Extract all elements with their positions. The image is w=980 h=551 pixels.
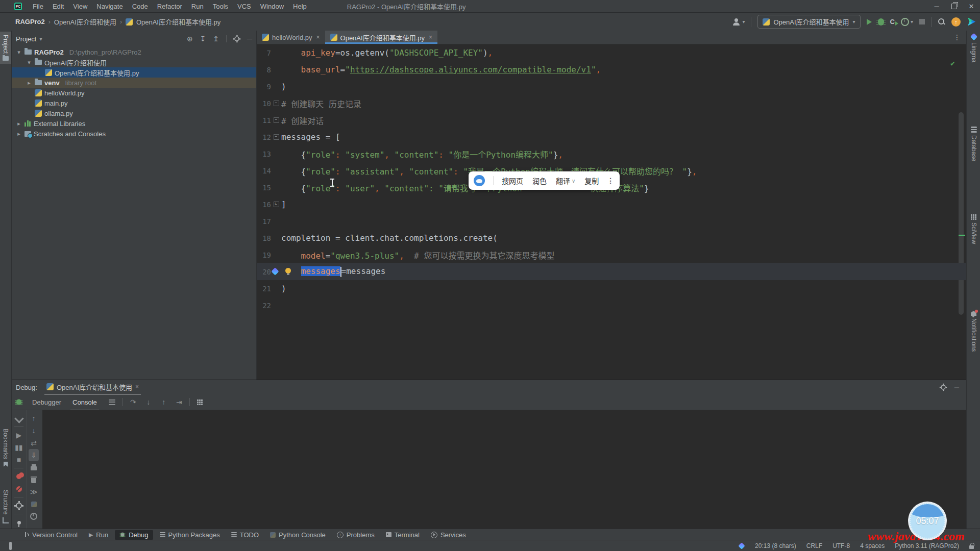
menu-code[interactable]: Code <box>128 3 153 10</box>
menu-tools[interactable]: Tools <box>208 3 233 10</box>
view-options-icon[interactable] <box>107 397 117 407</box>
tool-windows-toggle-icon[interactable] <box>9 542 12 549</box>
view-breakpoints-grid-icon[interactable] <box>195 397 205 407</box>
breadcrumb-item[interactable]: OpenAI库介绍和使用 <box>54 17 116 27</box>
menu-run[interactable]: Run <box>187 3 208 10</box>
debug-tab-console[interactable]: Console <box>70 394 99 411</box>
sidebar-tab-lingma[interactable]: Lingma <box>967 34 980 62</box>
tree-item[interactable]: ▾RAGPro2D:\python_pro\RAGPro2 <box>12 47 256 57</box>
toolwindow-button-version-control[interactable]: Version Control <box>19 530 82 540</box>
chevron-right-icon[interactable]: ▸ <box>16 120 22 127</box>
toolwindow-button-python-console[interactable]: Python Console <box>265 530 330 540</box>
sidebar-tab-notifications[interactable]: Notifications <box>967 311 980 352</box>
tree-item[interactable]: ▸External Libraries <box>12 118 256 129</box>
resume-icon[interactable]: ▶ <box>14 429 24 441</box>
python-interpreter[interactable]: Python 3.11 (RAGPro2) <box>895 542 959 549</box>
gear-icon[interactable] <box>941 385 946 390</box>
close-icon[interactable]: × <box>429 34 432 41</box>
hide-tool-window-icon[interactable]: ─ <box>954 384 959 391</box>
run-to-cursor-icon[interactable]: ⇥ <box>174 397 184 407</box>
step-over-icon[interactable]: ↷ <box>128 397 138 407</box>
readonly-lock-icon[interactable] <box>969 545 974 549</box>
toolwindow-button-terminal[interactable]: Terminal <box>381 530 424 540</box>
toolwindow-button-services[interactable]: Services <box>426 530 471 540</box>
down-icon[interactable]: ↓ <box>29 424 39 437</box>
update-button[interactable]: ↑ <box>951 17 961 27</box>
up-icon[interactable]: ↑ <box>29 412 39 424</box>
gear-icon[interactable] <box>234 36 239 41</box>
chevron-down-icon[interactable]: ▾ <box>16 49 22 56</box>
menu-window[interactable]: Window <box>256 3 288 10</box>
settings-icon[interactable] <box>14 499 24 512</box>
menu-vcs[interactable]: VCS <box>233 3 256 10</box>
debug-button[interactable] <box>878 18 884 26</box>
editor-tab[interactable]: OpenAI库介绍和基本使用.py× <box>325 31 437 44</box>
search-everywhere-button[interactable] <box>938 18 945 26</box>
chevron-down-icon[interactable]: ▾ <box>26 59 32 66</box>
fold-marker-icon[interactable]: ∟ <box>274 202 279 207</box>
tree-item[interactable]: OpenAI库介绍和基本使用.py <box>12 67 256 78</box>
tree-item[interactable]: main.py <box>12 98 256 108</box>
toolwindow-button-todo[interactable]: TODO <box>227 530 263 540</box>
fold-marker-icon[interactable]: − <box>274 134 279 140</box>
editor-tab-options-icon[interactable]: ⋮ <box>948 31 966 44</box>
stop-icon[interactable]: ■ <box>14 454 24 466</box>
menu-navigate[interactable]: Navigate <box>92 3 127 10</box>
caret-position[interactable]: 20:13 (8 chars) <box>755 542 796 549</box>
toolwindow-button-python-packages[interactable]: Python Packages <box>155 530 225 540</box>
file-encoding[interactable]: UTF-8 <box>832 542 850 549</box>
close-icon[interactable]: × <box>135 383 139 390</box>
profile-button[interactable]: ▾ <box>732 18 745 26</box>
toolwindow-button-problems[interactable]: !Problems <box>332 530 379 540</box>
run-config-select[interactable]: OpenAI库介绍和基本使用 ▾ <box>757 15 860 29</box>
menu-view[interactable]: View <box>68 3 92 10</box>
lingma-status-icon[interactable] <box>738 542 745 549</box>
line-separator[interactable]: CRLF <box>806 542 822 549</box>
tree-item[interactable]: ▾OpenAI库介绍和使用 <box>12 57 256 67</box>
close-icon[interactable]: × <box>316 34 320 41</box>
rerun-wrench-icon[interactable] <box>14 412 24 424</box>
sidebar-tab-project[interactable]: Project <box>0 32 11 64</box>
print-icon[interactable] <box>29 461 39 473</box>
view-breakpoints-icon[interactable] <box>14 470 24 483</box>
lingma-run-icon[interactable] <box>967 17 976 27</box>
coverage-button[interactable]: C <box>890 18 895 26</box>
tree-item[interactable]: ▸venvlibrary root <box>12 78 256 88</box>
scroll-to-end-icon[interactable]: ⇓ <box>29 449 39 461</box>
tree-item[interactable]: ollama.py <box>12 108 256 118</box>
menu-file[interactable]: File <box>28 3 48 10</box>
popup-action-润色[interactable]: 润色 <box>532 176 547 186</box>
hide-tool-window-icon[interactable]: ─ <box>247 35 252 43</box>
sidebar-tab-database[interactable]: Database <box>967 127 980 161</box>
minimize-button[interactable]: ─ <box>928 0 945 12</box>
indent-style[interactable]: 4 spaces <box>860 542 885 549</box>
recording-timer-badge[interactable]: 05:07 <box>908 502 947 540</box>
breadcrumb-item[interactable]: OpenAI库介绍和基本使用.py <box>136 17 220 27</box>
pause-icon[interactable]: ▮▮ <box>14 441 24 454</box>
menu-help[interactable]: Help <box>288 3 311 10</box>
pin-icon[interactable] <box>14 516 24 529</box>
history-icon[interactable] <box>29 510 39 522</box>
chevron-right-icon[interactable]: ▸ <box>16 131 22 137</box>
debug-console-output[interactable] <box>42 410 966 529</box>
clear-icon[interactable] <box>29 473 39 486</box>
menu-edit[interactable]: Edit <box>48 3 68 10</box>
step-out-icon[interactable]: ↑ <box>159 397 169 407</box>
code-editor[interactable]: ✔ 7 api_key=os.getenv("DASHSCOPE_API_KEY… <box>257 44 966 380</box>
menu-refactor[interactable]: Refactor <box>153 3 187 10</box>
popup-action-搜网页[interactable]: 搜网页 <box>502 176 523 186</box>
soft-wrap-icon[interactable]: ⇄ <box>29 437 39 449</box>
popup-more-icon[interactable]: ⋮ <box>607 177 615 185</box>
close-button[interactable]: ✕ <box>963 0 980 12</box>
chevron-right-icon[interactable]: ▸ <box>26 80 32 86</box>
toolwindow-button-run[interactable]: ▶Run <box>84 530 113 540</box>
fold-marker-icon[interactable]: − <box>274 101 279 106</box>
mute-breakpoints-icon[interactable] <box>14 483 24 495</box>
locate-file-icon[interactable]: ⊕ <box>187 35 193 43</box>
stop-button[interactable] <box>919 19 925 24</box>
fold-marker-icon[interactable]: − <box>274 117 279 123</box>
project-header-title[interactable]: Project <box>16 35 36 43</box>
editor-tab[interactable]: helloWorld.py× <box>257 31 325 44</box>
restore-button[interactable] <box>945 0 963 12</box>
python-packages-icon[interactable] <box>29 498 39 510</box>
